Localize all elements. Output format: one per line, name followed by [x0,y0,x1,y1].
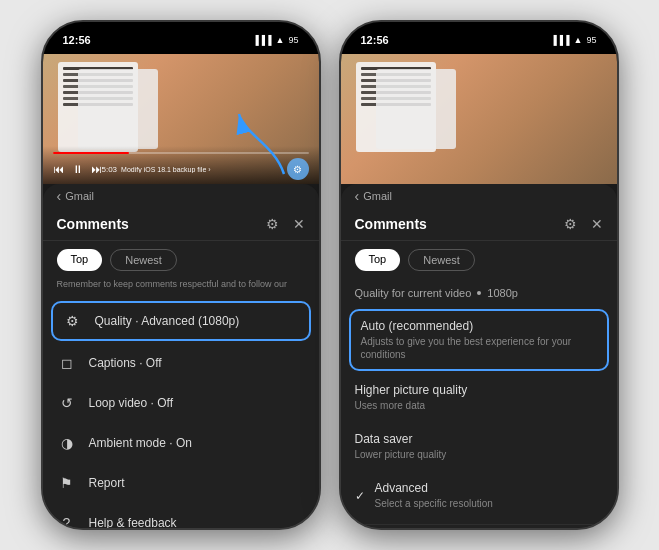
quality-header-row: Quality for current video 1080p [341,279,617,307]
bottom-sheet-right: ‹ Gmail Comments ⚙ ✕ Top Newest Quality … [341,184,617,528]
quality-dot [477,291,481,295]
tab-newest-right[interactable]: Newest [408,249,475,271]
back-chevron-icon-right[interactable]: ‹ [355,188,360,204]
quality-option-advanced[interactable]: ✓ Advanced Select a specific resolution [341,471,617,520]
report-icon: ⚑ [57,473,77,493]
status-icons-right: ▐▐▐ ▲ 95 [550,35,596,45]
wifi-icon: ▲ [276,35,285,45]
quality-header-text: Quality for current video [355,287,472,299]
ambient-icon: ◑ [57,433,77,453]
close-icon-right[interactable]: ✕ [591,216,603,232]
header-icons-left: ⚙ ✕ [266,216,305,232]
status-bar-right: 12:56 ▐▐▐ ▲ 95 [341,22,617,54]
arrow-svg [234,104,294,184]
skip-back-icon[interactable]: ⏮ [53,163,64,175]
back-nav-right: ‹ Gmail [341,184,617,204]
quality-value: 1080p [487,287,518,299]
gear-icon-right[interactable]: ⚙ [564,216,577,232]
loop-icon: ↺ [57,393,77,413]
back-chevron-icon[interactable]: ‹ [57,188,62,204]
status-time-left: 12:56 [63,34,91,46]
menu-loop-label: Loop video · Off [89,396,174,410]
quality-option-datasaver-sub: Lower picture quality [355,448,603,461]
captions-icon: ◻ [57,353,77,373]
menu-report-label: Report [89,476,125,490]
quality-option-datasaver[interactable]: Data saver Lower picture quality [341,422,617,471]
comments-header-left: Comments ⚙ ✕ [43,204,319,241]
menu-item-loop[interactable]: ↺ Loop video · Off [43,383,319,423]
quality-option-datasaver-title: Data saver [355,432,603,446]
tabs-left: Top Newest [43,241,319,279]
quality-option-advanced-title: Advanced [375,481,603,495]
quality-note-text: This selection only applies to the curre… [341,524,617,528]
comments-title-left: Comments [57,216,129,232]
wifi-icon-right: ▲ [574,35,583,45]
help-icon: ? [57,513,77,528]
comments-header-right: Comments ⚙ ✕ [341,204,617,241]
quality-option-higher-title: Higher picture quality [355,383,603,397]
close-icon-left[interactable]: ✕ [293,216,305,232]
blue-arrow [234,104,294,184]
tab-top-left[interactable]: Top [57,249,103,271]
video-paper-right-2 [376,69,456,149]
menu-captions-label: Captions · Off [89,356,162,370]
status-bar-left: 12:56 ▐▐▐ ▲ 95 [43,22,319,54]
signal-icon: ▐▐▐ [252,35,271,45]
status-icons-left: ▐▐▐ ▲ 95 [252,35,298,45]
back-label-text: Gmail [65,190,94,202]
tabs-right: Top Newest [341,241,617,279]
menu-help-label: Help & feedback [89,516,177,528]
quality-option-advanced-sub: Select a specific resolution [375,497,603,510]
video-time: 5:03 [102,165,118,174]
video-paper-2 [78,69,158,149]
reminder-text: Remember to keep comments respectful and… [43,279,319,299]
skip-forward-icon[interactable]: ⏭ [91,163,102,175]
signal-icon-right: ▐▐▐ [550,35,569,45]
quality-option-auto-sub: Adjusts to give you the best experience … [361,335,597,361]
bottom-sheet-left: ‹ Gmail Comments ⚙ ✕ Top Newest Remember… [43,184,319,528]
phone-left: 12:56 ▐▐▐ ▲ 95 ⏮ ⏸ ⏭ [41,20,321,530]
tab-top-right[interactable]: Top [355,249,401,271]
header-icons-right: ⚙ ✕ [564,216,603,232]
quality-option-higher[interactable]: Higher picture quality Uses more data [341,373,617,422]
check-icon: ✓ [355,489,365,503]
menu-quality-label: Quality · Advanced (1080p) [95,314,240,328]
gear-icon-left[interactable]: ⚙ [266,216,279,232]
battery-icon: 95 [288,35,298,45]
phones-container: 12:56 ▐▐▐ ▲ 95 ⏮ ⏸ ⏭ [21,0,639,550]
quality-option-auto-title: Auto (recommended) [361,319,597,333]
play-pause-icon[interactable]: ⏸ [72,163,83,175]
tab-newest-left[interactable]: Newest [110,249,177,271]
phone-right: 12:56 ▐▐▐ ▲ 95 ‹ Gmail Comments [339,20,619,530]
video-area-left: ⏮ ⏸ ⏭ 5:03 Modify iOS 18.1 backup file ›… [43,54,319,184]
menu-ambient-label: Ambient mode · On [89,436,192,450]
menu-item-quality[interactable]: ⚙ Quality · Advanced (1080p) [51,301,311,341]
video-area-right [341,54,617,184]
menu-item-help[interactable]: ? Help & feedback [43,503,319,528]
menu-item-report[interactable]: ⚑ Report [43,463,319,503]
quality-option-auto[interactable]: Auto (recommended) Adjusts to give you t… [349,309,609,371]
video-thumbnail-right [341,54,617,184]
quality-option-higher-sub: Uses more data [355,399,603,412]
status-time-right: 12:56 [361,34,389,46]
video-progress-fill [53,152,130,154]
back-label-text-right: Gmail [363,190,392,202]
video-left-controls: ⏮ ⏸ ⏭ [53,163,102,175]
back-nav-left: ‹ Gmail [43,184,319,204]
battery-icon-right: 95 [586,35,596,45]
menu-item-captions[interactable]: ◻ Captions · Off [43,343,319,383]
menu-item-ambient[interactable]: ◑ Ambient mode · On [43,423,319,463]
comments-title-right: Comments [355,216,427,232]
quality-icon: ⚙ [63,311,83,331]
